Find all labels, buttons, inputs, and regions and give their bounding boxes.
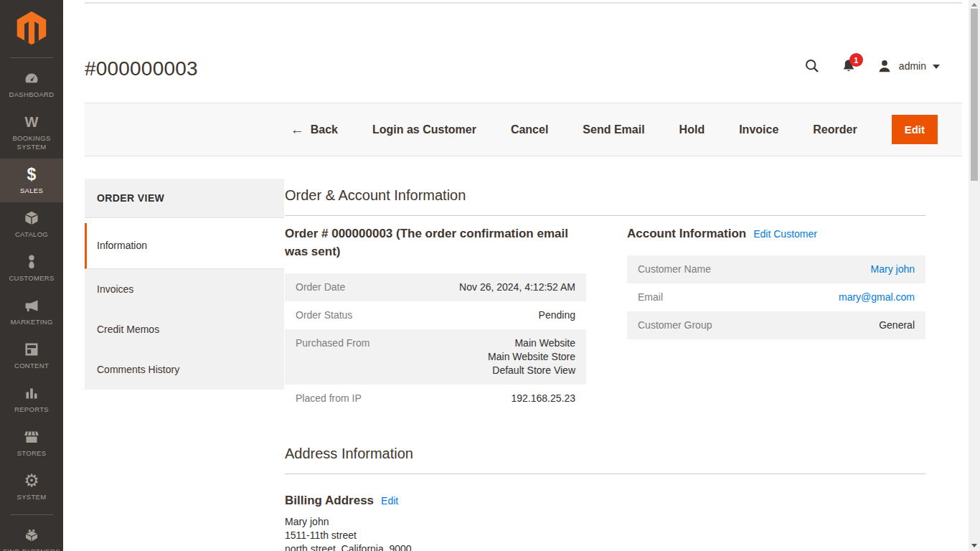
dollar-icon: $ xyxy=(27,165,37,184)
sidebar-item-label: CONTENT xyxy=(14,362,49,370)
back-button[interactable]: ← Back xyxy=(291,122,338,138)
order-action-bar: ← Back Login as Customer Cancel Send Ema… xyxy=(85,103,962,156)
reorder-button[interactable]: Reorder xyxy=(813,123,857,136)
invoice-button[interactable]: Invoice xyxy=(739,123,778,136)
billing-address-title: Billing Address xyxy=(285,491,374,509)
edit-billing-address-link[interactable]: Edit xyxy=(381,495,398,507)
back-arrow-icon: ← xyxy=(291,122,304,138)
sidebar-item-reports[interactable]: REPORTS xyxy=(0,377,63,421)
send-email-button[interactable]: Send Email xyxy=(583,123,644,136)
notification-badge: 1 xyxy=(849,53,863,67)
sidebar-divider xyxy=(10,514,53,515)
table-row-order-date: Order Date Nov 26, 2024, 4:12:52 AM xyxy=(285,273,586,301)
sidebar-item-label: CUSTOMERS xyxy=(9,274,54,283)
billing-address-lines: Mary john 1511-11th street north street,… xyxy=(285,515,925,551)
table-row-customer-name: Customer Name Mary john xyxy=(627,255,925,283)
edit-button[interactable]: Edit xyxy=(892,115,938,144)
customer-name-link[interactable]: Mary john xyxy=(871,263,915,275)
sidebar-item-label: SYSTEM xyxy=(17,493,47,501)
bookings-w-icon: W xyxy=(25,113,39,131)
sidebar-item-label: CATALOG xyxy=(15,230,48,239)
sidebar-item-label: BOOKINGS SYSTEM xyxy=(1,134,62,151)
scrollbar-thumb[interactable] xyxy=(971,9,978,181)
main-content-area: #000000003 1 admin ← Bac xyxy=(63,0,969,551)
sidebar-item-find-partners[interactable]: FIND PARTNERS & EXTENSIONS xyxy=(0,519,63,551)
edit-customer-link[interactable]: Edit Customer xyxy=(753,228,817,240)
sidebar-item-content[interactable]: CONTENT xyxy=(0,334,63,377)
header-actions: 1 admin xyxy=(804,57,940,75)
magento-logo-icon xyxy=(17,11,47,45)
cancel-button[interactable]: Cancel xyxy=(511,123,548,136)
sidebar-item-label: FIND PARTNERS & EXTENSIONS xyxy=(1,547,62,551)
storefront-icon xyxy=(23,428,40,446)
scroll-up-arrow[interactable] xyxy=(969,0,980,9)
sidebar-item-system[interactable]: ⚙ SYSTEM xyxy=(0,465,63,509)
page-title: #000000003 xyxy=(85,57,198,80)
admin-sidebar: DASHBOARD W BOOKINGS SYSTEM $ SALES CATA… xyxy=(0,0,63,551)
order-info-table: Order Date Nov 26, 2024, 4:12:52 AM Orde… xyxy=(285,273,586,413)
gear-icon: ⚙ xyxy=(24,471,39,490)
tab-comments-history[interactable]: Comments History xyxy=(85,349,284,390)
table-row-customer-group: Customer Group General xyxy=(627,311,925,339)
sidebar-item-bookings-system[interactable]: W BOOKINGS SYSTEM xyxy=(0,106,63,159)
order-view-panel-title: ORDER VIEW xyxy=(85,179,284,218)
table-row-placed-from-ip: Placed from IP 192.168.25.23 xyxy=(285,385,586,413)
sidebar-item-label: DASHBOARD xyxy=(9,90,55,99)
login-as-customer-button[interactable]: Login as Customer xyxy=(372,123,476,136)
order-view-panel: ORDER VIEW Information Invoices Credit M… xyxy=(85,179,284,390)
top-divider xyxy=(85,2,962,4)
customer-email-link[interactable]: mary@gmal.com xyxy=(839,291,915,303)
sidebar-item-label: SALES xyxy=(20,187,43,195)
scroll-down-arrow[interactable] xyxy=(969,541,980,550)
sidebar-divider xyxy=(10,57,53,58)
notifications-button[interactable]: 1 xyxy=(841,58,857,74)
sidebar-item-label: REPORTS xyxy=(14,405,49,414)
sidebar-item-catalog[interactable]: CATALOG xyxy=(0,202,63,246)
address-section-title: Address Information xyxy=(285,446,925,474)
admin-menu-button[interactable]: admin xyxy=(877,58,940,74)
admin-username: admin xyxy=(899,60,926,72)
account-info-table: Customer Name Mary john Email mary@gmal.… xyxy=(627,255,925,339)
box-icon xyxy=(23,209,40,227)
table-row-purchased-from: Purchased From Main Website Main Website… xyxy=(285,329,586,385)
sidebar-item-label: MARKETING xyxy=(10,318,52,326)
sidebar-item-sales[interactable]: $ SALES xyxy=(0,159,63,202)
sidebar-item-marketing[interactable]: MARKETING xyxy=(0,290,63,334)
user-avatar-icon xyxy=(877,58,892,74)
table-row-email: Email mary@gmal.com xyxy=(627,283,925,311)
hold-button[interactable]: Hold xyxy=(679,123,705,136)
account-information-block: Account Information Edit Customer Custom… xyxy=(627,225,925,413)
table-row-order-status: Order Status Pending xyxy=(285,301,586,329)
order-heading: Order # 000000003 (The order confirmatio… xyxy=(285,225,586,260)
gauge-icon xyxy=(23,69,40,88)
bar-chart-icon xyxy=(23,384,40,402)
account-information-title: Account Information xyxy=(627,225,746,242)
search-icon[interactable] xyxy=(804,57,821,75)
megaphone-icon xyxy=(23,296,40,315)
sidebar-item-label: STORES xyxy=(17,449,47,458)
tab-invoices[interactable]: Invoices xyxy=(85,269,284,309)
tab-information[interactable]: Information xyxy=(85,223,284,269)
order-account-section-title: Order & Account Information xyxy=(285,187,925,216)
magento-logo[interactable] xyxy=(0,0,63,56)
order-information-block: Order # 000000003 (The order confirmatio… xyxy=(285,225,586,413)
order-details-content: Order & Account Information Order # 0000… xyxy=(285,179,925,551)
person-icon xyxy=(23,253,40,271)
address-information-section: Address Information Billing Address Edit… xyxy=(285,446,925,551)
sidebar-item-customers[interactable]: CUSTOMERS xyxy=(0,246,63,290)
extensions-icon xyxy=(23,526,40,545)
order-view-tabs: Information Invoices Credit Memos Commen… xyxy=(85,223,284,390)
layout-icon xyxy=(23,340,40,359)
sidebar-item-stores[interactable]: STORES xyxy=(0,421,63,465)
tab-credit-memos[interactable]: Credit Memos xyxy=(85,309,284,349)
vertical-scrollbar[interactable] xyxy=(969,0,980,551)
chevron-down-icon xyxy=(933,65,940,69)
sidebar-item-dashboard[interactable]: DASHBOARD xyxy=(0,62,63,106)
